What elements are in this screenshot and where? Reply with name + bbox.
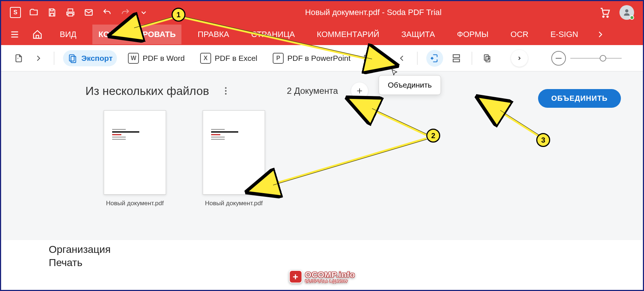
export-label: Экспорт (81, 54, 113, 63)
pdf-to-excel-button[interactable]: X PDF в Excel (196, 50, 262, 67)
svg-rect-4 (71, 56, 76, 62)
home-icon[interactable] (31, 28, 44, 41)
open-file-icon[interactable] (28, 7, 39, 18)
word-icon: W (128, 53, 139, 64)
site-watermark: + OCOMP.info ВОПРОСЫ АДМИНУ (289, 270, 355, 283)
undo-icon[interactable] (102, 7, 113, 18)
export-button[interactable]: Экспорт (63, 50, 117, 66)
svg-point-2 (607, 16, 608, 17)
bg-text-1: Организация (49, 243, 595, 256)
svg-point-13 (225, 90, 227, 92)
pdf-to-word-button[interactable]: W PDF в Word (124, 50, 189, 67)
create-pdf-icon[interactable] (12, 52, 25, 65)
mail-icon[interactable] (83, 7, 94, 18)
tab-comment[interactable]: КОММЕНТАРИЙ (311, 25, 385, 44)
plus-badge-icon: + (289, 270, 302, 283)
chevron-right-icon[interactable] (32, 52, 45, 65)
tab-forms[interactable]: ФОРМЫ (451, 25, 494, 44)
cart-icon[interactable] (597, 5, 612, 20)
batch-convert-icon[interactable] (481, 52, 494, 65)
tab-edit[interactable]: ПРАВКА (192, 25, 235, 44)
pdf-to-word-label: PDF в Word (143, 54, 185, 63)
svg-point-6 (366, 56, 368, 58)
zoom-out-button[interactable] (551, 51, 566, 66)
app-logo-icon[interactable]: S (10, 7, 21, 18)
toolbar-left-icon[interactable] (395, 52, 408, 65)
tabs-more-icon[interactable] (594, 28, 607, 41)
annotation-badge-1: 1 (172, 8, 185, 22)
pdf-to-excel-label: PDF в Excel (215, 54, 257, 63)
main-tabs: ВИД КОНВЕРТИРОВАТЬ ПРАВКА СТРАНИЦА КОММЕ… (1, 24, 643, 45)
page-thumbnail-icon (203, 110, 265, 195)
svg-rect-7 (453, 55, 460, 58)
dropdown-icon[interactable] (138, 7, 149, 18)
titlebar: S Новый документ.pdf - Soda PDF Trial (1, 1, 643, 24)
tab-protect[interactable]: ЗАЩИТА (395, 25, 441, 44)
svg-rect-8 (453, 59, 460, 62)
bg-text-2: Печать (49, 256, 595, 269)
pdf-to-ppt-label: PDF в PowerPoint (287, 54, 350, 63)
background-app-strip: Организация Печать (1, 240, 643, 273)
tab-ocr[interactable]: OCR (505, 25, 534, 44)
redo-icon[interactable] (120, 7, 131, 18)
tab-convert[interactable]: КОНВЕРТИРОВАТЬ (92, 25, 181, 44)
svg-point-1 (603, 16, 604, 17)
watermark-sub: ВОПРОСЫ АДМИНУ (305, 279, 355, 283)
merge-tooltip: Объединить (379, 75, 441, 95)
toolbar-next-icon[interactable] (511, 50, 528, 67)
document-title: Новый документ.pdf - Soda PDF Trial (157, 8, 590, 17)
merge-button[interactable]: ОБЪЕДИНИТЬ (538, 89, 621, 108)
hamburger-icon[interactable] (8, 28, 21, 41)
merge-tool-button[interactable] (426, 50, 443, 67)
zoom-slider[interactable] (570, 58, 622, 59)
user-avatar[interactable] (619, 5, 634, 20)
excel-icon: X (200, 53, 211, 64)
annotation-badge-2: 2 (426, 129, 440, 143)
zoom-control (551, 51, 622, 66)
app-header: S Новый документ.pdf - Soda PDF Trial ВИ… (1, 1, 643, 45)
convert-toolbar: Экспорт W PDF в Word X PDF в Excel P PDF… (1, 45, 643, 71)
print-icon[interactable] (65, 7, 76, 18)
add-document-button[interactable] (351, 82, 368, 99)
mouse-cursor-icon (391, 69, 398, 78)
svg-point-14 (225, 93, 227, 95)
save-icon[interactable] (47, 7, 58, 18)
merge-panel: Из нескольких файлов 2 Документа ОБЪЕДИН… (1, 71, 643, 240)
document-item[interactable]: Новый документ.pdf (104, 110, 166, 207)
pdf-to-image-icon[interactable] (361, 52, 375, 65)
document-list: Новый документ.pdf Новый документ.pdf (104, 110, 559, 207)
panel-title: Из нескольких файлов (85, 84, 209, 98)
watermark-main: OCOMP.info (305, 270, 355, 280)
more-options-button[interactable] (218, 83, 234, 99)
page-thumbnail-icon (104, 110, 166, 195)
document-name: Новый документ.pdf (106, 200, 163, 207)
split-icon[interactable] (450, 52, 463, 65)
pdf-to-ppt-button[interactable]: P PDF в PowerPoint (268, 50, 355, 67)
tab-page[interactable]: СТРАНИЦА (245, 25, 301, 44)
tab-view[interactable]: ВИД (54, 25, 82, 44)
status-dot-icon (630, 15, 634, 20)
svg-point-12 (225, 87, 227, 89)
annotation-badge-3: 3 (536, 133, 550, 147)
zoom-thumb[interactable] (600, 55, 606, 62)
document-item[interactable]: Новый документ.pdf (203, 110, 265, 207)
export-icon (67, 53, 78, 63)
svg-rect-3 (69, 55, 74, 61)
document-count: 2 Документа (287, 86, 338, 96)
document-name: Новый документ.pdf (205, 200, 262, 207)
tab-esign[interactable]: E-SIGN (545, 25, 584, 44)
powerpoint-icon: P (273, 53, 284, 64)
